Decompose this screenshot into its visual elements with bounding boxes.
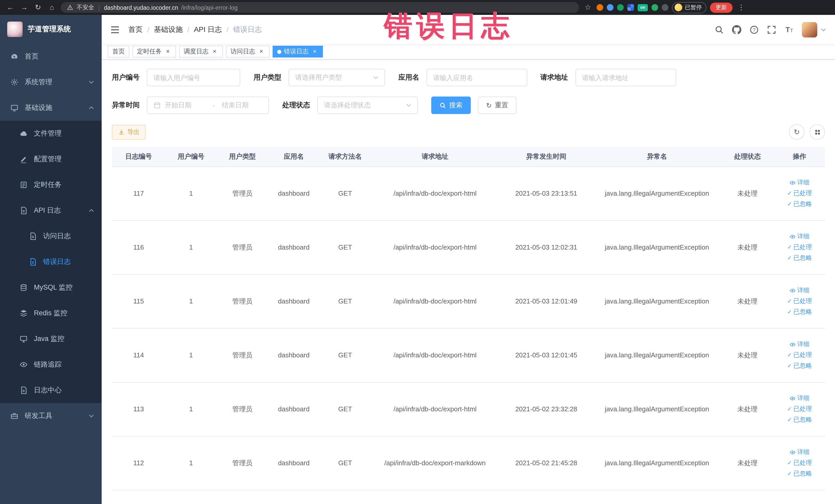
extension-icon-blue-grid[interactable]: [627, 4, 634, 11]
select-placeholder: 请选择用户类型: [295, 73, 342, 82]
sidebar-logo[interactable]: 芋道管理系统: [0, 15, 102, 44]
sidebar-item-infrastructure[interactable]: 基础设施: [0, 95, 102, 121]
process-status-select[interactable]: 请选择处理状态: [317, 97, 418, 114]
mark-processed-link[interactable]: ✓已处理: [787, 297, 812, 305]
svg-text:T: T: [790, 28, 793, 33]
sidebar-item-label: 研发工具: [25, 411, 53, 421]
fullscreen-icon[interactable]: [767, 25, 776, 34]
sidebar-item-file-management[interactable]: 文件管理: [0, 121, 102, 146]
security-warning-icon[interactable]: [67, 4, 74, 11]
github-icon[interactable]: [732, 25, 741, 34]
sidebar-item-access-log[interactable]: 访问日志: [0, 223, 102, 249]
app-name-input[interactable]: [433, 74, 520, 81]
mark-processed-link[interactable]: ✓已处理: [787, 189, 812, 198]
sidebar-item-scheduled-jobs[interactable]: 定时任务: [0, 172, 102, 198]
avatar: [802, 22, 817, 37]
detail-link[interactable]: 详细: [790, 286, 810, 295]
browser-update-button[interactable]: 更新: [710, 2, 733, 13]
table-row: 117 1 管理员 dashboard GET /api/infra/db-do…: [112, 166, 825, 220]
close-icon[interactable]: ×: [258, 48, 265, 55]
breadcrumb-item-home[interactable]: 首页: [128, 25, 143, 34]
browser-profile-chip[interactable]: 已暂停: [672, 2, 707, 13]
mark-ignored-link[interactable]: ✓已忽略: [787, 254, 812, 262]
search-button[interactable]: 搜索: [431, 97, 471, 114]
tab-home[interactable]: 首页: [108, 46, 129, 58]
tab-label: 错误日志: [284, 47, 308, 56]
detail-link[interactable]: 详细: [790, 178, 810, 187]
user-id-input[interactable]: [154, 74, 233, 81]
detail-link[interactable]: 详细: [790, 448, 810, 457]
sidebar-item-api-log[interactable]: API 日志: [0, 198, 102, 223]
extension-icon-orange[interactable]: [596, 4, 603, 11]
sidebar-item-error-log[interactable]: 错误日志: [0, 249, 102, 275]
ignored-label: 已忽略: [793, 308, 812, 316]
mark-processed-link[interactable]: ✓已处理: [787, 351, 812, 360]
ignored-label: 已忽略: [793, 416, 812, 424]
tab-scheduled-jobs[interactable]: 定时任务 ×: [133, 46, 176, 58]
search-icon[interactable]: [715, 25, 724, 34]
user-id-label: 用户编号: [112, 73, 140, 82]
url-separator: |: [98, 4, 100, 11]
breadcrumb-item-infrastructure[interactable]: 基础设施: [154, 25, 183, 34]
mark-processed-link[interactable]: ✓已处理: [787, 243, 812, 251]
bookmark-star-icon[interactable]: ☆: [583, 0, 593, 15]
detail-link[interactable]: 详细: [790, 232, 810, 241]
cell-user-type: 管理员: [217, 436, 268, 490]
font-size-icon[interactable]: TT: [785, 25, 794, 34]
extension-icon-paw[interactable]: [662, 4, 668, 11]
address-bar[interactable]: 不安全 | dashboard.yudao.iocoder.cn/infra/l…: [61, 2, 579, 13]
mark-processed-link[interactable]: ✓已处理: [787, 405, 812, 414]
cell-url: /api/infra/db-doc/export-html: [371, 274, 499, 328]
close-icon[interactable]: ×: [164, 48, 171, 55]
detail-link[interactable]: 详细: [790, 394, 810, 403]
col-log-id: 日志编号: [112, 147, 165, 166]
sidebar-item-home[interactable]: 首页: [0, 44, 102, 69]
security-label: 不安全: [77, 4, 94, 11]
sidebar-item-java-monitor[interactable]: Java 监控: [0, 326, 102, 352]
detail-link[interactable]: 详细: [790, 340, 810, 349]
sidebar-item-config-management[interactable]: 配置管理: [0, 146, 102, 172]
extension-icon-green-circle[interactable]: [617, 4, 624, 11]
help-icon[interactable]: ?: [750, 25, 759, 34]
tab-access-log[interactable]: 访问日志 ×: [226, 46, 269, 58]
breadcrumb-item-api-log[interactable]: API 日志: [194, 25, 222, 34]
reset-button[interactable]: ↻ 重置: [478, 97, 516, 114]
tab-error-log[interactable]: 错误日志 ×: [272, 46, 323, 58]
sidebar-item-mysql-monitor[interactable]: MySQL 监控: [0, 275, 102, 300]
mark-processed-link[interactable]: ✓已处理: [787, 459, 812, 467]
mark-ignored-link[interactable]: ✓已忽略: [787, 200, 812, 208]
eye-icon: [20, 361, 28, 369]
extension-icon-blue-drop[interactable]: [607, 4, 613, 11]
mark-ignored-link[interactable]: ✓已忽略: [787, 416, 812, 424]
request-url-input[interactable]: [582, 74, 669, 81]
tab-job-log[interactable]: 调度日志 ×: [179, 46, 223, 58]
sidebar-item-tracing[interactable]: 链路追踪: [0, 352, 102, 378]
sidebar-item-log-center[interactable]: 日志中心: [0, 378, 102, 403]
refresh-table-button[interactable]: ↻: [789, 124, 805, 140]
export-button[interactable]: 导出: [112, 124, 146, 139]
sidebar-item-dev-tools[interactable]: 研发工具: [0, 403, 102, 429]
user-menu[interactable]: [802, 22, 826, 37]
sidebar-item-system-management[interactable]: 系统管理: [0, 69, 102, 95]
close-icon[interactable]: ×: [311, 48, 318, 55]
mark-ignored-link[interactable]: ✓已忽略: [787, 469, 812, 478]
col-user-id: 用户编号: [165, 147, 217, 166]
browser-home-icon[interactable]: ⌂: [47, 0, 57, 15]
back-icon[interactable]: ←: [5, 0, 15, 15]
mark-ignored-link[interactable]: ✓已忽略: [787, 362, 812, 370]
extension-icon-on-badge[interactable]: on: [638, 4, 648, 11]
detail-label: 详细: [797, 286, 810, 295]
close-icon[interactable]: ×: [211, 48, 218, 55]
sidebar-item-redis-monitor[interactable]: Redis 监控: [0, 300, 102, 326]
column-settings-button[interactable]: [810, 124, 825, 140]
cell-user-type: 管理员: [217, 220, 268, 274]
mark-ignored-link[interactable]: ✓已忽略: [787, 308, 812, 316]
browser-menu-icon[interactable]: ⋮: [736, 0, 747, 15]
database-icon: [20, 283, 28, 292]
extension-icon-leaf[interactable]: [651, 4, 658, 11]
forward-icon[interactable]: →: [19, 0, 29, 15]
reload-icon[interactable]: ↻: [33, 0, 43, 15]
exception-time-range-picker[interactable]: 开始日期 - 结束日期: [147, 97, 269, 114]
user-type-select[interactable]: 请选择用户类型: [288, 69, 385, 86]
sidebar-toggle-icon[interactable]: [110, 24, 120, 35]
